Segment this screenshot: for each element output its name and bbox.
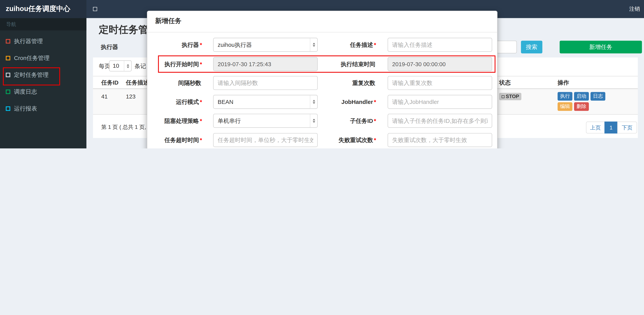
sidebar-item-label: Cron任务管理 [14,54,50,62]
select-updown-icon [310,38,317,51]
col-header-task-desc: 任务描述 [126,76,149,90]
pagesize-prefix: 每页 [99,61,110,72]
label-run-mode: 运行模式* [155,95,202,109]
select-updown-icon [124,61,131,71]
label-jobhandler: JobHandler* [324,95,376,109]
sidebar-item-label: 定时任务管理 [14,71,48,79]
form-row: 执行开始时间* 执行结束时间 [147,57,497,71]
form-row: 任务超时时间* 失败重试次数* [147,133,497,147]
sidebar-item-label: 执行器管理 [14,38,43,45]
modal-title: 新增任务 [155,17,182,26]
task-desc-input[interactable] [388,38,492,52]
sidebar: 导航 执行器管理 Cron任务管理 定时任务管理 调度日志 运行报表 [0,18,86,148]
jobhandler-input[interactable] [388,95,492,109]
label-task-timeout: 任务超时时间* [155,133,202,147]
add-task-modal: 新增任务 执行器* zuihou执行器 任务描述* 执行开始时间* 执行结束时间… [147,11,498,148]
sidebar-item-label: 运行报表 [14,105,37,112]
edit-button[interactable]: 编辑 [558,102,572,111]
col-header-status: 状态 [499,76,511,90]
start-time-input[interactable] [213,57,318,71]
square-icon [502,95,504,98]
select-updown-icon [310,114,317,127]
status-badge: STOP [499,93,522,100]
label-repeat-count: 重复次数 [324,76,376,90]
block-strategy-select[interactable]: 单机串行 [213,114,318,128]
sidebar-item-executor-management[interactable]: 执行器管理 [0,33,86,50]
form-row: 阻塞处理策略* 单机串行 子任务ID* [147,114,497,128]
col-header-operation: 操作 [558,76,569,90]
child-task-id-input[interactable] [388,114,492,128]
square-icon [6,39,10,44]
pagesize-suffix: 条记 [134,61,146,72]
sidebar-toggle-icon[interactable] [93,7,97,11]
modal-header-divider [147,32,497,33]
delete-button[interactable]: 删除 [574,102,589,111]
sidebar-item-scheduled-task-management[interactable]: 定时任务管理 [0,67,86,83]
executor-select[interactable]: zuihou执行器 [213,38,318,52]
log-button[interactable]: 日志 [590,92,605,101]
label-end-time: 执行结束时间 [324,57,376,71]
row-actions: 执行 启动 日志 编辑 删除 [558,92,610,111]
interval-seconds-input[interactable] [213,76,318,90]
pagination-page-1-button[interactable]: 1 [604,122,618,134]
sidebar-item-label: 调度日志 [14,88,37,95]
sidebar-item-run-report[interactable]: 运行报表 [0,100,86,117]
fail-retry-count-input[interactable] [388,133,492,147]
sidebar-item-cron-task-management[interactable]: Cron任务管理 [0,50,86,67]
add-task-button[interactable]: 新增任务 [560,41,642,53]
cell-task-desc: 123 [126,93,136,101]
end-time-input[interactable] [388,57,492,71]
executor-filter-label: 执行器 [101,41,118,53]
square-icon [6,90,10,94]
app-root: zuihou任务调度中心 注销 导航 执行器管理 Cron任务管理 定时任务管理… [0,0,644,148]
pagesize-select[interactable]: 10 [109,60,132,71]
pagination-summary: 第 1 页 ( 总共 1 页, 1 [101,123,150,131]
form-row: 运行模式* BEAN JobHandler* [147,95,497,109]
label-interval-seconds: 间隔秒数 [155,76,202,90]
select-updown-icon [310,95,317,108]
start-button[interactable]: 启动 [574,92,589,101]
task-timeout-input[interactable] [213,133,318,147]
execute-button[interactable]: 执行 [558,92,572,101]
label-fail-retry-count: 失败重试次数* [324,133,376,147]
col-header-task-id: 任务ID [101,76,118,90]
sidebar-item-dispatch-log[interactable]: 调度日志 [0,83,86,100]
label-child-task-id: 子任务ID* [324,114,376,128]
square-icon [6,106,10,111]
label-task-desc: 任务描述* [324,38,376,52]
repeat-count-input[interactable] [388,76,492,90]
form-row: 执行器* zuihou执行器 任务描述* [147,38,497,52]
logout-link[interactable]: 注销 [627,0,642,18]
form-row: 间隔秒数 重复次数 [147,76,497,90]
square-icon [6,73,10,77]
pagination-prev-button[interactable]: 上页 [586,122,605,134]
cell-task-id: 41 [101,93,108,101]
square-icon [6,56,10,60]
app-logo[interactable]: zuihou任务调度中心 [0,0,86,18]
run-mode-select[interactable]: BEAN [213,95,318,109]
label-block-strategy: 阻塞处理策略* [155,114,202,128]
label-executor: 执行器* [155,38,202,52]
label-start-time: 执行开始时间* [155,57,202,71]
pagination-next-button[interactable]: 下页 [617,122,637,134]
search-button[interactable]: 搜索 [521,41,542,53]
sidebar-section-label: 导航 [0,18,86,30]
